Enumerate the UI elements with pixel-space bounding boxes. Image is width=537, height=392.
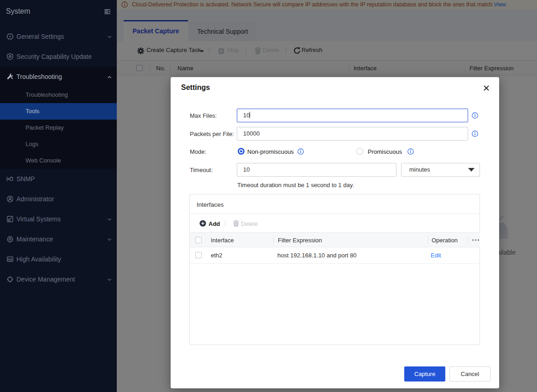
svg-text:HA: HA — [8, 258, 12, 261]
